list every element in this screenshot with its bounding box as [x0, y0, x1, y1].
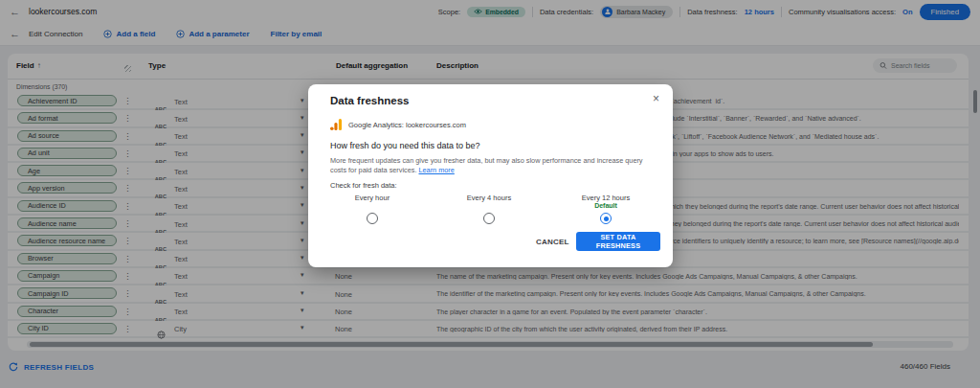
dialog-body-text: More frequent updates can give you fresh… — [330, 156, 659, 175]
google-analytics-icon — [330, 119, 342, 130]
radio-button[interactable] — [600, 213, 612, 224]
radio-dot — [604, 217, 609, 221]
radio-button[interactable] — [367, 213, 378, 224]
freshness-option-default-label — [431, 202, 547, 211]
radio-button[interactable] — [483, 213, 495, 224]
freshness-option[interactable]: Every 12 hours Default — [547, 194, 664, 228]
check-for-fresh-data-label: Check for fresh data: — [330, 181, 397, 190]
freshness-option-label: Every hour — [314, 194, 431, 202]
freshness-option-label: Every 4 hours — [431, 194, 547, 202]
freshness-options: Every hour Every 4 hours Every 12 hours … — [314, 194, 668, 228]
freshness-option[interactable]: Every hour — [314, 194, 431, 228]
set-data-freshness-button[interactable]: SET DATA FRESHNESS — [576, 232, 660, 251]
data-freshness-dialog: Data freshness × Google Analytics: looke… — [308, 84, 673, 267]
dialog-body: More frequent updates can give you fresh… — [330, 156, 643, 174]
dialog-question: How fresh do you need this data to be? — [330, 141, 480, 150]
freshness-option-default-label — [314, 202, 431, 211]
freshness-option-default-label: Default — [547, 202, 664, 211]
freshness-option-label: Every 12 hours — [547, 194, 664, 202]
connector-source: Google Analytics: lookercourses.com — [330, 119, 466, 130]
connector-source-label: Google Analytics: lookercourses.com — [348, 121, 466, 129]
learn-more-link[interactable]: Learn more — [418, 166, 454, 174]
freshness-option[interactable]: Every 4 hours — [431, 194, 547, 228]
close-icon[interactable]: × — [653, 93, 659, 104]
dialog-title: Data freshness — [330, 95, 409, 106]
cancel-button[interactable]: CANCEL — [530, 237, 575, 247]
